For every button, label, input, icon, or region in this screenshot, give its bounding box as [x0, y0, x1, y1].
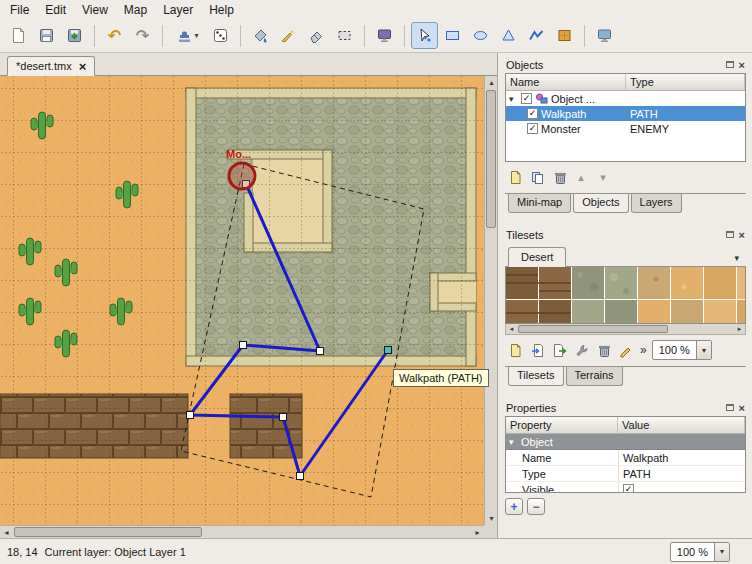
object-group-icon	[535, 92, 548, 105]
menu-layer[interactable]: Layer	[155, 1, 201, 19]
undo-button[interactable]: ↶	[101, 22, 128, 49]
scroll-right-icon[interactable]: ▸	[471, 526, 484, 539]
dock-close-icon[interactable]: ×	[739, 404, 745, 412]
remove-object-button[interactable]	[549, 167, 569, 187]
tileset-menu-icon[interactable]: ▾	[730, 253, 743, 266]
scroll-left-icon[interactable]: ◂	[506, 324, 517, 334]
stamp-brush-button[interactable]: ▾	[169, 22, 206, 49]
property-row-type[interactable]: Type PATH	[506, 466, 745, 482]
object-row-walkpath[interactable]: ✓ Walkpath PATH	[506, 106, 745, 121]
tileset-scrollbar-thumb[interactable]	[518, 325, 668, 333]
duplicate-object-button[interactable]	[527, 167, 547, 187]
new-map-button[interactable]	[5, 22, 32, 49]
raise-object-button[interactable]: ▴	[571, 167, 591, 187]
dock-float-icon[interactable]	[726, 404, 734, 411]
dock-float-icon[interactable]	[726, 231, 734, 238]
tab-objects[interactable]: Objects	[573, 194, 628, 213]
dock-float-icon[interactable]	[726, 61, 734, 68]
property-row-name[interactable]: Name Walkpath	[506, 450, 745, 466]
remove-property-button[interactable]: −	[527, 498, 545, 515]
close-icon[interactable]: ×	[79, 62, 87, 71]
column-header-name[interactable]: Name	[506, 74, 626, 90]
menu-edit[interactable]: Edit	[37, 1, 74, 19]
object-row-monster[interactable]: ✓ Monster ENEMY	[506, 121, 745, 136]
highlight-layer-button[interactable]	[371, 22, 398, 49]
redo-button[interactable]: ↷	[129, 22, 156, 49]
add-object-button[interactable]	[505, 167, 525, 187]
path-handle[interactable]	[297, 473, 304, 480]
export-tileset-button[interactable]	[549, 340, 569, 360]
edit-polygons-button[interactable]	[411, 22, 438, 49]
scroll-left-icon[interactable]: ◂	[0, 526, 13, 539]
menu-map[interactable]: Map	[116, 1, 155, 19]
property-group-row[interactable]: ▾ Object	[506, 434, 745, 450]
column-header-property[interactable]: Property	[506, 417, 618, 433]
map-properties-button[interactable]	[591, 22, 618, 49]
magic-wand-button[interactable]	[275, 22, 302, 49]
map-canvas[interactable]: Mo...	[0, 76, 484, 525]
visible-checkbox[interactable]: ✓	[623, 484, 634, 493]
tab-terrains[interactable]: Terrains	[566, 367, 623, 386]
menu-help[interactable]: Help	[201, 1, 242, 19]
object-group-row[interactable]: ▾ ✓ Object ...	[506, 91, 745, 106]
insert-ellipse-button[interactable]	[467, 22, 494, 49]
tileset-tab-desert[interactable]: Desert	[508, 247, 566, 267]
zoom-combo[interactable]: 100 % ▾	[670, 542, 730, 562]
random-mode-button[interactable]	[207, 22, 234, 49]
remove-tileset-button[interactable]	[593, 340, 613, 360]
visibility-checkbox[interactable]: ✓	[521, 93, 532, 104]
dock-close-icon[interactable]: ×	[739, 61, 745, 69]
path-handle[interactable]	[187, 412, 194, 419]
property-row-visible[interactable]: Visible ✓	[506, 482, 745, 493]
edit-terrain-button[interactable]	[615, 340, 635, 360]
export-map-button[interactable]	[61, 22, 88, 49]
tileset-zoom-combo[interactable]: 100 % ▾	[652, 340, 712, 360]
bucket-fill-button[interactable]	[247, 22, 274, 49]
chevron-down-icon[interactable]: ▾	[714, 543, 729, 561]
redo-icon: ↷	[136, 28, 149, 44]
chevron-down-icon[interactable]: ▾	[696, 341, 711, 359]
scroll-down-icon[interactable]: ▾	[485, 512, 498, 525]
horizontal-scrollbar[interactable]: ◂ ▸	[0, 525, 484, 538]
expander-icon[interactable]: ▾	[509, 437, 518, 447]
tileset-tiles[interactable]	[506, 267, 746, 323]
save-map-button[interactable]	[33, 22, 60, 49]
monster-object[interactable]	[229, 163, 255, 189]
horizontal-scrollbar-thumb[interactable]	[14, 527, 202, 537]
eraser-button[interactable]	[303, 22, 330, 49]
path-handle[interactable]	[317, 348, 324, 355]
dock-close-icon[interactable]: ×	[739, 231, 745, 239]
insert-polyline-button[interactable]	[523, 22, 550, 49]
tileset-view[interactable]	[505, 267, 746, 324]
column-header-type[interactable]: Type	[626, 74, 745, 90]
lower-object-button[interactable]: ▾	[593, 167, 613, 187]
menu-view[interactable]: View	[74, 1, 116, 19]
toolbar-overflow-icon[interactable]: »	[637, 343, 650, 357]
insert-tile-button[interactable]	[551, 22, 578, 49]
document-tab[interactable]: *desert.tmx ×	[7, 56, 95, 76]
import-tileset-button[interactable]	[527, 340, 547, 360]
tileset-properties-button[interactable]	[571, 340, 591, 360]
rect-select-button[interactable]	[331, 22, 358, 49]
scroll-up-icon[interactable]: ▴	[485, 76, 498, 89]
tab-layers[interactable]: Layers	[631, 194, 682, 213]
path-handle[interactable]	[280, 414, 287, 421]
vertical-scrollbar-thumb[interactable]	[486, 90, 496, 228]
path-handle[interactable]	[240, 342, 247, 349]
visibility-checkbox[interactable]: ✓	[527, 108, 538, 119]
vertical-scrollbar[interactable]: ▴ ▾	[484, 76, 497, 525]
scroll-right-icon[interactable]: ▸	[734, 324, 745, 334]
tilesets-dock-title: Tilesets	[506, 229, 544, 241]
tab-tilesets[interactable]: Tilesets	[508, 367, 564, 386]
expander-icon[interactable]: ▾	[509, 94, 518, 104]
new-tileset-button[interactable]	[505, 340, 525, 360]
column-header-value[interactable]: Value	[618, 417, 745, 433]
insert-rectangle-button[interactable]	[439, 22, 466, 49]
insert-polygon-button[interactable]	[495, 22, 522, 49]
visibility-checkbox[interactable]: ✓	[527, 123, 538, 134]
tileset-scrollbar[interactable]: ◂ ▸	[505, 324, 746, 335]
menu-file[interactable]: File	[2, 1, 37, 19]
selected-path-handle[interactable]	[385, 347, 392, 354]
add-property-button[interactable]: +	[505, 498, 523, 515]
tab-minimap[interactable]: Mini-map	[508, 194, 571, 213]
